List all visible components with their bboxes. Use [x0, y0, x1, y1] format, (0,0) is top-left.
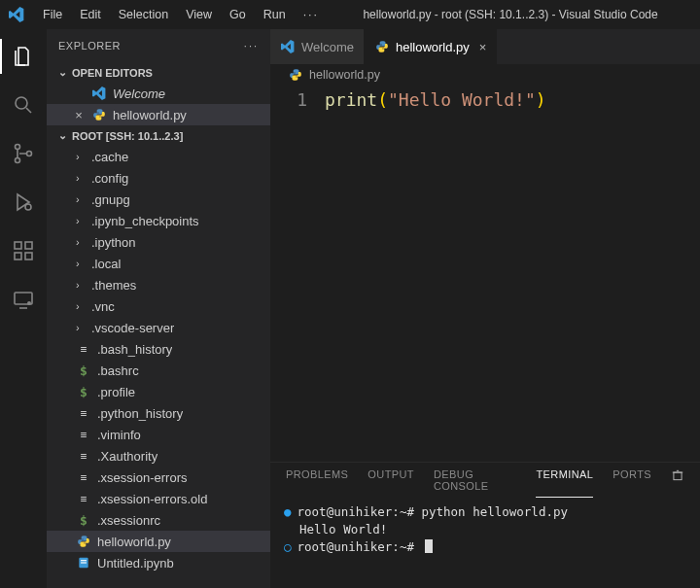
text-file-icon: ≡ [76, 450, 91, 463]
svg-rect-14 [674, 472, 682, 480]
file-tree-item[interactable]: helloworld.py [47, 531, 270, 552]
breadcrumb[interactable]: helloworld.py [270, 64, 700, 86]
open-editor-label: helloworld.py [113, 108, 187, 122]
chevron-right-icon: › [76, 236, 86, 248]
file-tree-label: .vscode-server [91, 321, 174, 335]
titlebar: File Edit Selection View Go Run ··· hell… [0, 0, 700, 29]
editor-tab-label: Welcome [301, 40, 354, 54]
terminal-cursor [425, 539, 433, 553]
editor-tab[interactable]: Welcome [270, 29, 365, 64]
line-number: 1 [270, 89, 325, 462]
activity-remote-icon[interactable] [0, 280, 47, 319]
file-tree-item[interactable]: ≡.xsession-errors [47, 467, 270, 488]
editor-tabs: Welcomehelloworld.py× [270, 29, 700, 64]
menu-selection[interactable]: Selection [111, 4, 176, 25]
file-tree-label: .local [91, 257, 121, 271]
file-tree-item[interactable]: $.profile [47, 381, 270, 402]
text-file-icon: ≡ [76, 471, 91, 484]
svg-point-4 [25, 204, 31, 210]
open-editor-item[interactable]: ×helloworld.py [47, 104, 270, 125]
svg-point-1 [15, 145, 19, 150]
terminal-line-1: ●root@unihiker:~# python helloworld.py [284, 503, 686, 521]
open-editors-list: Welcome×helloworld.py [47, 83, 270, 125]
editor-content[interactable]: 1 print("Hello World!") [270, 86, 700, 462]
file-tree-label: .ipython [91, 235, 136, 250]
file-tree-item[interactable]: ≡.Xauthority [47, 445, 270, 467]
open-editor-label: Welcome [113, 86, 165, 101]
panel-tabs: PROBLEMSOUTPUTDEBUG CONSOLETERMINALPORTS [270, 463, 700, 498]
file-tree-item[interactable]: ›.vnc [47, 295, 270, 317]
file-tree-label: .xsessionrc [97, 513, 160, 528]
menu-edit[interactable]: Edit [72, 4, 109, 25]
file-tree-label: .Xauthority [97, 449, 158, 464]
panel-tab-debug-console[interactable]: DEBUG CONSOLE [434, 468, 517, 498]
menu-file[interactable]: File [35, 4, 70, 25]
file-tree-label: .themes [91, 278, 136, 293]
activity-source-control-icon[interactable] [0, 134, 47, 173]
svg-point-0 [16, 97, 27, 109]
close-icon[interactable]: × [72, 108, 86, 122]
chevron-right-icon: › [76, 300, 86, 312]
shell-file-icon: $ [76, 513, 91, 528]
panel-clear-icon[interactable] [671, 468, 684, 498]
file-tree-item[interactable]: ≡.xsession-errors.old [47, 488, 270, 509]
terminal[interactable]: ●root@unihiker:~# python helloworld.py H… [270, 498, 700, 588]
file-tree-label: .bashrc [97, 363, 139, 378]
chevron-right-icon: › [76, 151, 86, 162]
open-editors-header[interactable]: ⌄ OPEN EDITORS [47, 62, 270, 83]
panel-tab-terminal[interactable]: TERMINAL [536, 468, 593, 498]
file-tree-item[interactable]: ›.themes [47, 274, 270, 295]
file-tree-item[interactable]: $.xsessionrc [47, 509, 270, 531]
file-tree-item[interactable]: $.bashrc [47, 360, 270, 381]
activity-explorer-icon[interactable] [0, 37, 47, 76]
file-tree-item[interactable]: ›.config [47, 167, 270, 189]
file-tree-item[interactable]: ›.ipynb_checkpoints [47, 210, 270, 231]
python-icon [76, 535, 91, 548]
file-tree-item[interactable]: ›.local [47, 253, 270, 274]
panel: PROBLEMSOUTPUTDEBUG CONSOLETERMINALPORTS… [270, 462, 700, 588]
activity-search-icon[interactable] [0, 86, 47, 124]
terminal-line-3: ○root@unihiker:~# [284, 538, 686, 556]
file-tree-item[interactable]: Untitled.ipynb [47, 552, 270, 573]
root-label: ROOT [SSH: 10.1..2.3] [72, 130, 183, 142]
panel-tab-ports[interactable]: PORTS [612, 468, 651, 498]
file-tree-item[interactable]: ›.vscode-server [47, 317, 270, 338]
menu-go[interactable]: Go [222, 4, 254, 25]
file-tree-item[interactable]: ›.gnupg [47, 189, 270, 210]
file-tree-label: .vnc [91, 299, 115, 314]
activity-bar [0, 29, 47, 588]
menu-run[interactable]: Run [256, 4, 294, 25]
file-tree-item[interactable]: ›.ipython [47, 231, 270, 253]
svg-rect-5 [15, 242, 21, 249]
file-tree-label: Untitled.ipynb [97, 556, 174, 571]
file-tree: ›.cache›.config›.gnupg›.ipynb_checkpoint… [47, 146, 270, 588]
file-tree-label: .profile [97, 385, 135, 399]
chevron-right-icon: › [76, 193, 86, 205]
close-icon[interactable]: × [479, 40, 487, 54]
svg-point-2 [15, 158, 19, 163]
editor-tab-label: helloworld.py [396, 40, 470, 54]
text-file-icon: ≡ [76, 429, 91, 441]
chevron-right-icon: › [76, 322, 86, 333]
file-tree-label: .python_history [97, 406, 183, 421]
shell-file-icon: $ [76, 363, 91, 378]
file-tree-item[interactable]: ≡.python_history [47, 402, 270, 424]
file-tree-item[interactable]: ›.cache [47, 146, 270, 167]
svg-point-10 [27, 301, 31, 305]
root-header[interactable]: ⌄ ROOT [SSH: 10.1..2.3] [47, 125, 270, 146]
activity-run-debug-icon[interactable] [0, 183, 47, 222]
open-editor-item[interactable]: Welcome [47, 83, 270, 104]
panel-tab-problems[interactable]: PROBLEMS [286, 468, 348, 498]
file-tree-item[interactable]: ≡.bash_history [47, 338, 270, 360]
activity-extensions-icon[interactable] [0, 231, 47, 270]
file-tree-item[interactable]: ≡.viminfo [47, 424, 270, 445]
editor-tab[interactable]: helloworld.py× [365, 29, 497, 64]
notebook-icon [76, 556, 91, 570]
menu-view[interactable]: View [178, 4, 220, 25]
panel-tab-output[interactable]: OUTPUT [368, 468, 414, 498]
chevron-down-icon: ⌄ [58, 129, 68, 142]
sidebar-more-icon[interactable]: ··· [244, 40, 259, 52]
file-tree-label: .xsession-errors.old [97, 492, 207, 506]
svg-rect-7 [25, 253, 32, 259]
menu-more-icon[interactable]: ··· [296, 4, 327, 25]
